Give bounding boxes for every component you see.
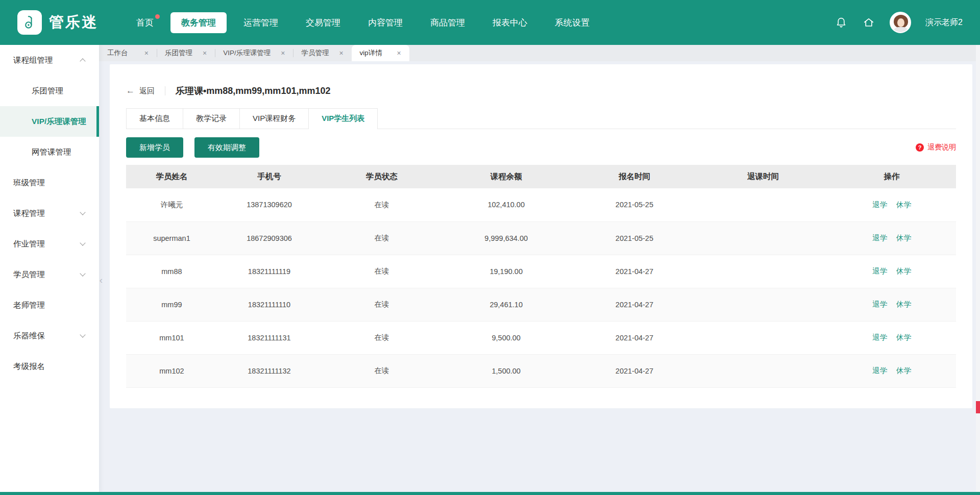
tab-basic-info[interactable]: 基本信息 bbox=[126, 108, 183, 129]
cell-phone: 13871309620 bbox=[217, 188, 321, 221]
avatar-face bbox=[897, 18, 904, 27]
brand-logo-icon[interactable] bbox=[17, 10, 42, 35]
page-scrollbar[interactable] bbox=[976, 45, 980, 492]
sidebar-item-course[interactable]: 课程管理 bbox=[0, 198, 99, 229]
window-tab-workbench[interactable]: 工作台× bbox=[99, 45, 157, 61]
window-tab-band-management[interactable]: 乐团管理× bbox=[157, 45, 215, 61]
drop-out-link[interactable]: 退学 bbox=[872, 234, 887, 242]
cell-enroll: 2021-04-27 bbox=[570, 321, 699, 354]
sidebar-item-exam[interactable]: 考级报名 bbox=[0, 351, 99, 382]
home-icon[interactable] bbox=[862, 16, 875, 29]
scrollbar-thumb[interactable] bbox=[976, 401, 980, 413]
nav-item-home[interactable]: 首页 bbox=[126, 12, 164, 33]
user-name[interactable]: 演示老师2 bbox=[925, 17, 963, 28]
sidebar-item-label: 班级管理 bbox=[13, 178, 45, 188]
students-table: 学员姓名手机号学员状态课程余额报名时间退课时间操作 许曦元13871309620… bbox=[126, 165, 956, 388]
suspend-link[interactable]: 休学 bbox=[896, 234, 911, 242]
sidebar-item-label: 课程组管理 bbox=[13, 55, 53, 66]
back-button[interactable]: ← 返回 bbox=[126, 86, 155, 96]
detail-tabs: 基本信息教学记录VIP课程财务VIP学生列表 bbox=[126, 108, 956, 129]
close-icon[interactable]: × bbox=[339, 50, 343, 57]
nav-item-label: 教务管理 bbox=[181, 18, 216, 28]
sidebar-item-online-course[interactable]: 网管课管理 bbox=[0, 137, 99, 167]
cell-phone: 18321111119 bbox=[217, 255, 321, 288]
table-row: mm9918321111110在读29,461.102021-04-27退学休学 bbox=[126, 288, 956, 321]
cell-phone: 18321111110 bbox=[217, 288, 321, 321]
question-circle-icon: ? bbox=[916, 143, 924, 152]
nav-item-label: 报表中心 bbox=[493, 18, 527, 28]
drop-out-link[interactable]: 退学 bbox=[872, 333, 887, 341]
nav-item-edu[interactable]: 教务管理 bbox=[170, 12, 227, 33]
sidebar-item-label: 网管课管理 bbox=[32, 147, 71, 158]
nav-item-content[interactable]: 内容管理 bbox=[357, 12, 413, 33]
cell-actions: 退学休学 bbox=[827, 321, 956, 354]
sidebar-item-band[interactable]: 乐团管理 bbox=[0, 76, 99, 106]
sidebar-item-teacher[interactable]: 老师管理 bbox=[0, 290, 99, 320]
sidebar-item-homework[interactable]: 作业管理 bbox=[0, 229, 99, 259]
drop-out-link[interactable]: 退学 bbox=[872, 201, 887, 209]
drop-out-link[interactable]: 退学 bbox=[872, 366, 887, 375]
suspend-link[interactable]: 休学 bbox=[896, 366, 911, 375]
cell-name: 许曦元 bbox=[126, 188, 217, 221]
suspend-link[interactable]: 休学 bbox=[896, 333, 911, 341]
cell-quit bbox=[699, 188, 827, 221]
window-tab-vip-detail[interactable]: vip详情× bbox=[352, 45, 409, 61]
cell-phone: 18672909306 bbox=[217, 221, 321, 255]
cell-balance: 9,500.00 bbox=[443, 321, 570, 354]
close-icon[interactable]: × bbox=[397, 50, 401, 57]
validity-adjust-button[interactable]: 有效期调整 bbox=[194, 137, 259, 158]
tab-vip-course-finance[interactable]: VIP课程财务 bbox=[239, 108, 309, 129]
tab-vip-student-list[interactable]: VIP学生列表 bbox=[308, 108, 378, 129]
tab-label: VIP课程财务 bbox=[253, 114, 296, 123]
window-tab-label: 乐团管理 bbox=[165, 48, 192, 58]
cell-balance: 29,461.10 bbox=[443, 288, 570, 321]
chevron-up-icon bbox=[80, 58, 85, 64]
cell-balance: 19,190.00 bbox=[443, 255, 570, 288]
tab-label: 基本信息 bbox=[139, 114, 170, 123]
window-tab-vip-course-management[interactable]: VIP/乐理课管理× bbox=[215, 45, 293, 61]
cell-balance: 102,410.00 bbox=[443, 188, 570, 221]
avatar[interactable] bbox=[890, 12, 911, 33]
drop-out-link[interactable]: 退学 bbox=[872, 300, 887, 308]
nav-item-goods[interactable]: 商品管理 bbox=[420, 12, 476, 33]
nav-item-label: 首页 bbox=[136, 18, 154, 28]
cell-name: superman1 bbox=[126, 221, 217, 255]
cell-status: 在读 bbox=[321, 255, 442, 288]
cell-quit bbox=[699, 221, 827, 255]
suspend-link[interactable]: 休学 bbox=[896, 267, 911, 275]
page-title: 乐理课•mm88,mm99,mm101,mm102 bbox=[176, 85, 330, 97]
sidebar-item-student[interactable]: 学员管理 bbox=[0, 259, 99, 290]
sidebar-collapse-icon[interactable]: ‹ bbox=[97, 269, 105, 291]
cell-phone: 18321111131 bbox=[217, 321, 321, 354]
column-header: 退课时间 bbox=[699, 165, 827, 188]
sidebar-item-vip-course[interactable]: VIP/乐理课管理 bbox=[0, 106, 99, 137]
sidebar-item-course-group[interactable]: 课程组管理 bbox=[0, 45, 99, 76]
refund-note-link[interactable]: ? 退费说明 bbox=[916, 143, 956, 152]
nav-item-report[interactable]: 报表中心 bbox=[482, 12, 538, 33]
window-tab-student-management[interactable]: 学员管理× bbox=[293, 45, 351, 61]
suspend-link[interactable]: 休学 bbox=[896, 300, 911, 308]
tab-teaching-record[interactable]: 教学记录 bbox=[183, 108, 240, 129]
sidebar-item-instrument[interactable]: 乐器维保 bbox=[0, 320, 99, 351]
nav-item-operation[interactable]: 运营管理 bbox=[233, 12, 289, 33]
table-header-row: 学员姓名手机号学员状态课程余额报名时间退课时间操作 bbox=[126, 165, 956, 188]
drop-out-link[interactable]: 退学 bbox=[872, 267, 887, 275]
cell-enroll: 2021-04-27 bbox=[570, 288, 699, 321]
column-header: 操作 bbox=[827, 165, 956, 188]
close-icon[interactable]: × bbox=[144, 50, 149, 57]
close-icon[interactable]: × bbox=[203, 50, 207, 57]
nav-item-trade[interactable]: 交易管理 bbox=[295, 12, 351, 33]
close-icon[interactable]: × bbox=[281, 50, 285, 57]
notifications-bell-icon[interactable] bbox=[835, 16, 848, 29]
chevron-down-icon bbox=[80, 270, 85, 276]
nav-item-settings[interactable]: 系统设置 bbox=[544, 12, 600, 33]
cell-actions: 退学休学 bbox=[827, 288, 956, 321]
nav-item-label: 交易管理 bbox=[306, 18, 340, 28]
suspend-link[interactable]: 休学 bbox=[896, 201, 911, 209]
cell-enroll: 2021-04-27 bbox=[570, 255, 699, 288]
add-student-button[interactable]: 新增学员 bbox=[126, 137, 183, 158]
sidebar-item-label: 乐器维保 bbox=[13, 331, 45, 341]
sidebar-item-class[interactable]: 班级管理 bbox=[0, 167, 99, 198]
column-header: 课程余额 bbox=[443, 165, 570, 188]
chevron-down-icon bbox=[80, 209, 85, 215]
